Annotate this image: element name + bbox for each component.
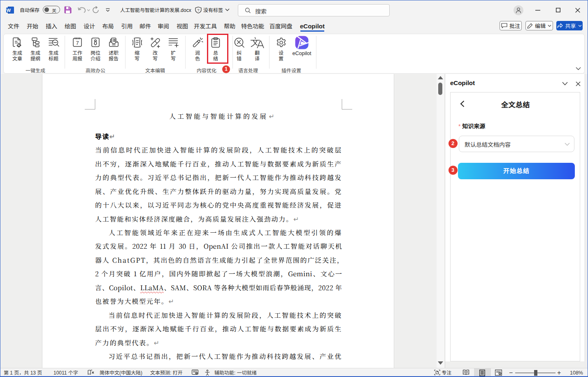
svg-text:W: W xyxy=(7,8,11,13)
svg-text:?: ? xyxy=(197,8,199,12)
svg-text:7: 7 xyxy=(76,40,79,46)
